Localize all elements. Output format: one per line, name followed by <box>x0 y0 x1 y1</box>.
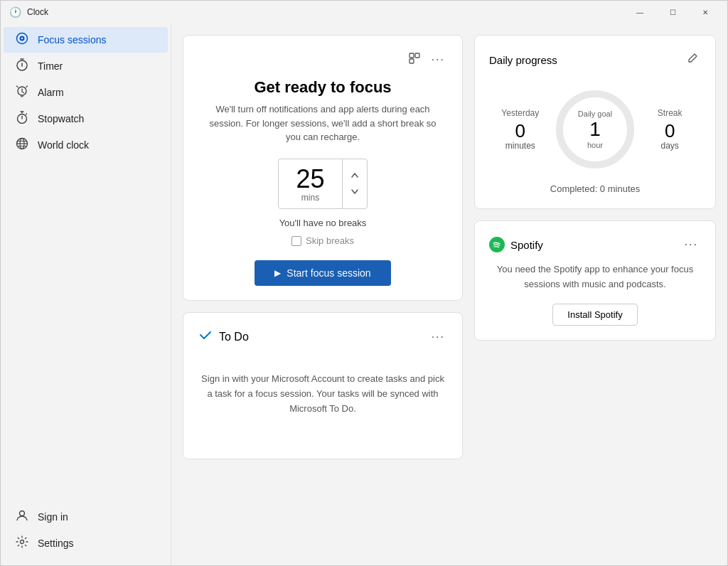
svg-rect-9 <box>410 53 414 58</box>
daily-goal-unit: hour <box>578 141 612 149</box>
sidebar-item-stopwatch[interactable]: Stopwatch <box>4 106 168 132</box>
todo-title: To Do <box>219 331 249 343</box>
streak-unit: days <box>638 141 701 151</box>
svg-rect-11 <box>410 59 414 63</box>
focus-card: ··· Get ready to focus We'll turn off no… <box>183 35 463 301</box>
spotify-card: Spotify ··· You need the Spotify app to … <box>474 220 716 341</box>
svg-point-8 <box>21 540 24 544</box>
skip-breaks-row: Skip breaks <box>198 235 448 246</box>
focus-card-more-button[interactable]: ··· <box>429 50 448 69</box>
main-content: ··· Get ready to focus We'll turn off no… <box>171 23 727 565</box>
timer-icon <box>15 58 29 74</box>
three-dots-icon: ··· <box>432 53 445 65</box>
timer-arrows <box>343 159 367 209</box>
content-left: ··· Get ready to focus We'll turn off no… <box>183 35 463 554</box>
sidebar-label-sign-in: Sign in <box>38 511 68 523</box>
progress-edit-button[interactable] <box>684 50 701 70</box>
timer-value-display: 25 mins <box>279 159 342 209</box>
sidebar-item-settings[interactable]: Settings <box>4 530 168 556</box>
play-icon: ▶ <box>274 268 281 278</box>
yesterday-label: Yesterday <box>489 108 552 118</box>
circle-center-text: Daily goal 1 hour <box>578 110 612 149</box>
sidebar-label-timer: Timer <box>38 60 63 72</box>
window-controls: — ☐ ✕ <box>623 1 722 23</box>
alarm-icon <box>15 85 29 100</box>
sidebar-item-sign-in[interactable]: Sign in <box>4 504 168 530</box>
todo-three-dots-icon: ··· <box>432 331 445 343</box>
install-spotify-button[interactable]: Install Spotify <box>552 304 637 326</box>
sidebar-item-focus-sessions[interactable]: Focus sessions <box>4 27 168 53</box>
sidebar-item-alarm[interactable]: Alarm <box>4 80 168 105</box>
todo-card-header: To Do ··· <box>198 327 448 346</box>
daily-progress-card: Daily progress Yesterday 0 minutes <box>474 35 716 209</box>
skip-breaks-checkbox[interactable] <box>291 236 301 246</box>
app-icon: 🕐 <box>9 6 21 18</box>
sign-in-icon <box>15 509 29 525</box>
streak-value: 0 <box>638 121 701 142</box>
timer-control: 25 mins <box>278 159 367 210</box>
spotify-more-button[interactable]: ··· <box>682 235 701 254</box>
timer-increment-button[interactable] <box>343 167 367 183</box>
sidebar-label-focus-sessions: Focus sessions <box>38 34 106 46</box>
sidebar-label-stopwatch: Stopwatch <box>38 113 84 124</box>
titlebar-left: 🕐 Clock <box>9 6 48 18</box>
progress-card-header: Daily progress <box>489 50 701 70</box>
app-title: Clock <box>27 7 48 17</box>
focus-description: We'll turn off notifications and app ale… <box>209 102 437 144</box>
focus-sessions-icon <box>15 32 29 48</box>
maximize-button[interactable]: ☐ <box>656 1 689 23</box>
settings-icon <box>15 535 29 551</box>
app-body: Focus sessions Timer <box>1 23 727 565</box>
progress-stats: Yesterday 0 minutes Daily goal 1 hour <box>489 81 701 178</box>
breaks-text: You'll have no breaks <box>198 218 448 228</box>
spotify-description: You need the Spotify app to enhance your… <box>489 262 701 292</box>
content-right: Daily progress Yesterday 0 minutes <box>474 35 716 554</box>
sidebar-label-settings: Settings <box>38 538 74 549</box>
completed-text: Completed: 0 minutes <box>489 183 701 194</box>
timer-decrement-button[interactable] <box>343 183 367 200</box>
daily-goal-value: 1 <box>578 118 612 141</box>
world-clock-icon <box>15 137 29 153</box>
todo-description: Sign in with your Microsoft Account to c… <box>198 358 448 444</box>
timer-unit: mins <box>296 193 324 203</box>
yesterday-stat: Yesterday 0 minutes <box>489 108 552 151</box>
start-focus-session-button[interactable]: ▶ Start focus session <box>255 260 390 286</box>
sidebar-item-world-clock[interactable]: World clock <box>4 132 168 158</box>
yesterday-unit: minutes <box>489 141 552 151</box>
svg-point-7 <box>20 511 25 516</box>
todo-title-row: To Do <box>198 327 249 346</box>
focus-card-expand-button[interactable] <box>406 50 423 70</box>
skip-breaks-label: Skip breaks <box>306 235 354 246</box>
spotify-card-header: Spotify ··· <box>489 235 701 254</box>
sidebar: Focus sessions Timer <box>1 23 171 565</box>
spotify-three-dots-icon: ··· <box>685 238 698 250</box>
svg-rect-10 <box>415 53 419 58</box>
todo-check-icon <box>198 327 213 346</box>
sidebar-label-world-clock: World clock <box>38 139 89 151</box>
spotify-logo-icon <box>489 237 505 252</box>
titlebar: 🕐 Clock — ☐ ✕ <box>1 1 727 23</box>
streak-stat: Streak 0 days <box>638 108 701 151</box>
progress-title: Daily progress <box>489 54 557 66</box>
close-button[interactable]: ✕ <box>689 1 722 23</box>
stopwatch-icon <box>15 111 29 127</box>
todo-more-button[interactable]: ··· <box>429 328 448 346</box>
sidebar-nav: Focus sessions Timer <box>1 26 171 503</box>
daily-goal-circle: Daily goal 1 hour <box>552 87 639 172</box>
sidebar-item-timer[interactable]: Timer <box>4 53 168 79</box>
daily-goal-label: Daily goal <box>578 110 612 118</box>
yesterday-value: 0 <box>489 121 552 142</box>
spotify-brand: Spotify <box>489 237 543 252</box>
timer-number: 25 <box>296 165 324 193</box>
sidebar-bottom: Sign in Settings <box>1 503 171 565</box>
todo-card: To Do ··· Sign in with your Microsoft Ac… <box>183 312 463 459</box>
svg-point-2 <box>21 38 23 39</box>
start-button-label: Start focus session <box>287 267 370 279</box>
minimize-button[interactable]: — <box>623 1 656 23</box>
sidebar-label-alarm: Alarm <box>38 87 64 98</box>
streak-label: Streak <box>638 108 701 118</box>
spotify-name: Spotify <box>510 239 543 251</box>
focus-card-header: ··· <box>198 50 448 70</box>
focus-title: Get ready to focus <box>198 78 448 97</box>
